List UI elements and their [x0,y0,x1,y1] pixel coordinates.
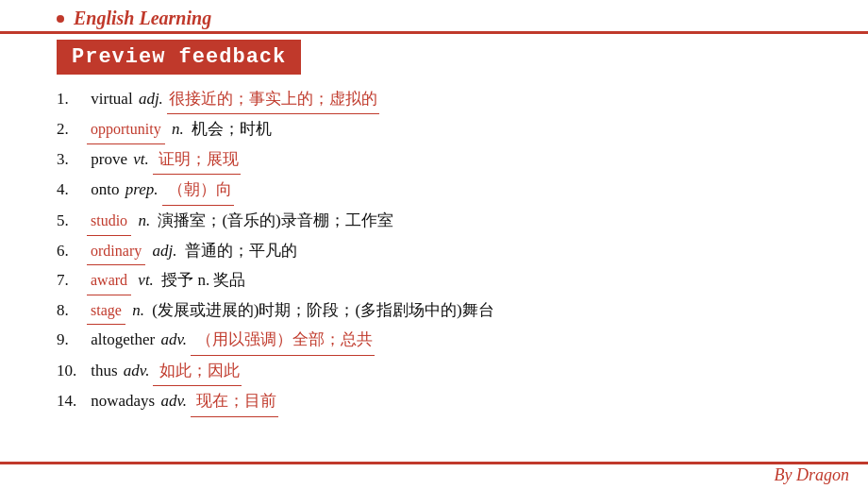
pos: n. [128,295,144,325]
list-item: 1. virtual adj. 很接近的；事实上的；虚拟的 [57,84,811,114]
blank-answer: ordinary [87,236,145,266]
content-area: 1. virtual adj. 很接近的；事实上的；虚拟的 2. opportu… [0,80,868,421]
answer: 证明；展现 [153,144,241,175]
word: nowadays [87,386,159,415]
preview-badge: Preview feedback [57,40,301,75]
item-number: 8. [57,295,87,325]
pos: adj. [139,84,163,113]
pos: prep. [125,175,159,204]
item-number: 6. [57,236,87,265]
accent-dot [57,15,64,23]
item-number: 3. [57,144,87,174]
definition: (发展或进展的)时期；阶段；(多指剧场中的)舞台 [148,295,494,325]
item-number: 9. [57,325,87,354]
byline: By Dragon [775,465,850,485]
list-item: 7. award vt. 授予 n. 奖品 [57,265,811,295]
word: thus [87,356,122,385]
app-title: English Learning [74,8,211,28]
blank-answer: studio [87,206,131,236]
answer: 现在；目前 [191,386,278,416]
pos: n. [168,114,184,143]
answer-word: opportunity [87,115,165,144]
pos: adv. [160,325,187,354]
pos: n. [134,206,150,235]
word: prove [87,144,131,174]
definition: 普通的；平凡的 [180,236,296,265]
preview-badge-container: Preview feedback [0,34,868,80]
item-number: 1. [57,84,87,113]
item-number: 4. [57,175,87,204]
blank-answer: stage [87,295,125,326]
pos: vt. [134,265,154,295]
answer-word: stage [87,296,125,326]
header-section: English Learning [0,0,868,29]
blank-answer: award [87,265,131,295]
definition: 演播室；(音乐的)录音棚；工作室 [154,206,393,235]
answer: （朝）向 [162,175,234,205]
word: onto [87,175,124,204]
pos: adj. [148,236,176,265]
list-item: 14. nowadays adv. 现在；目前 [57,386,811,416]
answer: 如此；因此 [153,356,241,386]
blank-answer: opportunity [87,114,165,144]
pos: vt. [133,144,149,174]
list-item: 6. ordinary adj. 普通的；平凡的 [57,236,811,266]
list-item: 8. stage n. (发展或进展的)时期；阶段；(多指剧场中的)舞台 [57,295,811,326]
answer-word: studio [87,207,131,236]
definition: 机会；时机 [188,114,272,143]
item-number: 2. [57,114,87,143]
list-item: 10. thus adv. 如此；因此 [57,356,811,386]
definition: 授予 n. 奖品 [158,265,246,295]
list-item: 4. onto prep. （朝）向 [57,175,811,205]
answer-word: award [87,266,131,295]
bottom-rule [0,462,868,464]
item-number: 10. [57,356,87,385]
pos: adv. [124,356,150,385]
list-item: 2. opportunity n. 机会；时机 [57,114,811,144]
word: virtual [87,84,137,113]
answer: （用以强调）全部；总共 [191,325,375,355]
list-item: 3. prove vt. 证明；展现 [57,144,811,175]
vocab-list: 1. virtual adj. 很接近的；事实上的；虚拟的 2. opportu… [57,84,811,417]
list-item: 9. altogether adv. （用以强调）全部；总共 [57,325,811,355]
pos: adv. [160,386,187,415]
answer-word: ordinary [87,237,145,266]
word: altogether [87,325,159,354]
list-item: 5. studio n. 演播室；(音乐的)录音棚；工作室 [57,206,811,236]
item-number: 5. [57,206,87,235]
answer: 很接近的；事实上的；虚拟的 [167,84,379,114]
item-number: 14. [57,386,87,415]
item-number: 7. [57,265,87,295]
